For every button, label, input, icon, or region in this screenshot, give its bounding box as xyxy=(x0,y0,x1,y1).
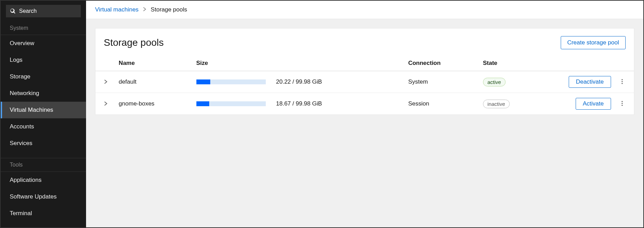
row-actions-menu-button[interactable] xyxy=(618,99,626,109)
svg-point-2 xyxy=(621,83,622,84)
sidebar-item-storage[interactable]: Storage xyxy=(1,68,86,85)
create-storage-pool-button[interactable]: Create storage pool xyxy=(561,36,626,49)
svg-point-4 xyxy=(621,103,622,104)
chevron-right-icon xyxy=(143,7,146,12)
sidebar-item-services[interactable]: Services xyxy=(1,135,86,152)
chevron-right-icon xyxy=(104,80,108,84)
row-actions-menu-button[interactable] xyxy=(618,77,626,87)
svg-point-0 xyxy=(621,79,622,80)
sidebar-item-overview[interactable]: Overview xyxy=(1,35,86,52)
storage-pools-table: Name Size Connection State default20.22 … xyxy=(95,56,634,115)
breadcrumb-parent-link[interactable]: Virtual machines xyxy=(95,6,138,13)
size-text: 18.67 / 99.98 GiB xyxy=(276,100,322,107)
sidebar-item-logs[interactable]: Logs xyxy=(1,52,86,68)
kebab-icon xyxy=(619,101,625,106)
table-row: gnome-boxes18.67 / 99.98 GiBSessioninact… xyxy=(95,93,634,115)
expand-row-button[interactable] xyxy=(102,99,110,109)
column-header-connection: Connection xyxy=(405,56,480,71)
nav-section-tools: Tools xyxy=(1,158,86,172)
sidebar-item-terminal[interactable]: Terminal xyxy=(1,205,86,222)
search-icon xyxy=(10,8,16,14)
sidebar-item-software-updates[interactable]: Software Updates xyxy=(1,188,86,205)
breadcrumb: Virtual machines Storage pools xyxy=(86,1,643,19)
svg-point-5 xyxy=(621,105,622,106)
pool-connection: System xyxy=(405,71,480,93)
pool-name: gnome-boxes xyxy=(116,93,193,115)
size-progress-bar xyxy=(196,101,266,106)
search-box[interactable] xyxy=(6,5,81,17)
kebab-icon xyxy=(619,79,625,84)
state-badge: active xyxy=(483,78,506,86)
table-row: default20.22 / 99.98 GiBSystemactiveDeac… xyxy=(95,71,634,93)
main-content: Virtual machines Storage pools Storage p… xyxy=(86,1,643,227)
state-badge: inactive xyxy=(483,100,510,108)
deactivate-button[interactable]: Deactivate xyxy=(569,76,611,88)
sidebar-item-virtual-machines[interactable]: Virtual Machines xyxy=(1,102,86,118)
storage-pools-card: Storage pools Create storage pool Name S… xyxy=(95,28,634,115)
svg-point-1 xyxy=(621,81,622,82)
chevron-right-icon xyxy=(104,102,108,105)
size-progress-bar xyxy=(196,79,266,84)
sidebar-item-networking[interactable]: Networking xyxy=(1,85,86,102)
pool-name: default xyxy=(116,71,193,93)
size-text: 20.22 / 99.98 GiB xyxy=(276,78,322,85)
search-input[interactable] xyxy=(19,8,77,14)
activate-button[interactable]: Activate xyxy=(576,98,611,110)
expand-row-button[interactable] xyxy=(102,77,110,87)
sidebar-item-accounts[interactable]: Accounts xyxy=(1,118,86,135)
column-header-state: State xyxy=(480,56,558,71)
breadcrumb-current: Storage pools xyxy=(151,6,187,13)
column-header-name: Name xyxy=(116,56,193,71)
page-title: Storage pools xyxy=(104,37,164,48)
sidebar-item-applications[interactable]: Applications xyxy=(1,172,86,188)
pool-connection: Session xyxy=(405,93,480,115)
sidebar: System Overview Logs Storage Networking … xyxy=(1,1,86,227)
svg-point-3 xyxy=(621,101,622,102)
column-header-size: Size xyxy=(194,56,406,71)
nav-section-system: System xyxy=(1,22,86,35)
